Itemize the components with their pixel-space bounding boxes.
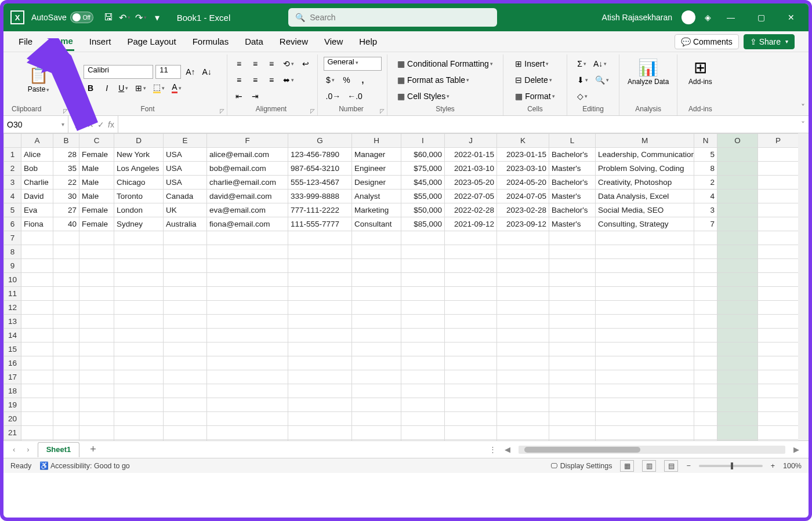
cell-J20[interactable] <box>445 412 497 426</box>
row-header-13[interactable]: 13 <box>4 315 21 329</box>
cell-O9[interactable] <box>717 259 758 273</box>
share-button[interactable]: ⇪Share▾ <box>744 34 795 49</box>
cell-O16[interactable] <box>717 356 758 370</box>
minimize-button[interactable]: — <box>720 7 741 28</box>
cell-K15[interactable] <box>497 343 549 356</box>
cell-D3[interactable]: Chicago <box>114 176 164 190</box>
bold-button[interactable]: B <box>84 81 97 95</box>
qat-dropdown-icon[interactable]: ▾ <box>149 9 165 25</box>
cell-F6[interactable]: fiona@email.com <box>207 217 288 231</box>
cell-D6[interactable]: Sydney <box>114 217 164 231</box>
cell-G5[interactable]: 777-111-2222 <box>288 203 352 217</box>
cell-L12[interactable] <box>549 301 596 315</box>
cell-C10[interactable] <box>79 273 114 287</box>
cell-G8[interactable] <box>288 245 352 259</box>
cell-K3[interactable]: 2024-05-20 <box>497 176 549 190</box>
cell-H19[interactable] <box>352 398 401 412</box>
cell-G12[interactable] <box>288 301 352 315</box>
row-header-8[interactable]: 8 <box>4 245 21 259</box>
row-header-12[interactable]: 12 <box>4 301 21 315</box>
next-sheet-icon[interactable]: › <box>23 445 32 454</box>
cell-D12[interactable] <box>114 301 164 315</box>
cell-N6[interactable]: 7 <box>694 217 717 231</box>
col-header-I[interactable]: I <box>401 134 445 148</box>
cell-K2[interactable]: 2023-03-10 <box>497 162 549 176</box>
cell-L15[interactable] <box>549 343 596 356</box>
row-header-4[interactable]: 4 <box>4 190 21 203</box>
accessibility-status[interactable]: ♿ Accessibility: Good to go <box>39 461 130 470</box>
cell-I2[interactable]: $75,000 <box>401 162 445 176</box>
cell-F9[interactable] <box>207 259 288 273</box>
cell-I15[interactable] <box>401 343 445 356</box>
row-header-17[interactable]: 17 <box>4 370 21 384</box>
cell-E6[interactable]: Australia <box>164 217 207 231</box>
cell-B9[interactable] <box>53 259 79 273</box>
cell-P17[interactable] <box>758 370 799 384</box>
cell-O3[interactable] <box>717 176 758 190</box>
format-cells-button[interactable]: ▦ Format <box>513 89 557 103</box>
cell-P8[interactable] <box>758 245 799 259</box>
cell-L14[interactable] <box>549 329 596 343</box>
cell-K14[interactable] <box>497 329 549 343</box>
tab-formulas[interactable]: Formulas <box>191 33 230 50</box>
col-header-K[interactable]: K <box>497 134 549 148</box>
fill-color-button[interactable]: ⬚ <box>151 81 167 95</box>
cell-D1[interactable]: New York <box>114 148 164 162</box>
cell-E19[interactable] <box>164 398 207 412</box>
cell-I17[interactable] <box>401 370 445 384</box>
cell-O10[interactable] <box>717 273 758 287</box>
cell-F13[interactable] <box>207 315 288 329</box>
formula-input[interactable] <box>118 116 797 133</box>
cell-M5[interactable]: Social Media, SEO <box>596 203 694 217</box>
cell-P12[interactable] <box>758 301 799 315</box>
clear-icon[interactable]: ◇ <box>575 89 590 103</box>
cell-O11[interactable] <box>717 287 758 301</box>
cell-E18[interactable] <box>164 384 207 398</box>
cell-A1[interactable]: Alice <box>21 148 53 162</box>
addins-button[interactable]: ⊞ Add-ins <box>682 56 718 88</box>
cell-K5[interactable]: 2023-02-28 <box>497 203 549 217</box>
cell-P16[interactable] <box>758 356 799 370</box>
cell-F16[interactable] <box>207 356 288 370</box>
cell-C18[interactable] <box>79 384 114 398</box>
cell-L19[interactable] <box>549 398 596 412</box>
tab-insert[interactable]: Insert <box>88 33 113 50</box>
cell-A8[interactable] <box>21 245 53 259</box>
cell-L18[interactable] <box>549 384 596 398</box>
analyze-data-button[interactable]: 📊 Analyze Data <box>624 56 672 88</box>
cell-E16[interactable] <box>164 356 207 370</box>
user-avatar-icon[interactable] <box>682 10 695 24</box>
spreadsheet-grid[interactable]: ABCDEFGHIJKLMNOPQ1Alice28FemaleNew YorkU… <box>3 133 809 440</box>
cell-H7[interactable] <box>352 231 401 245</box>
cell-B21[interactable] <box>53 426 79 440</box>
cell-F1[interactable]: alice@email.com <box>207 148 288 162</box>
cell-A22[interactable] <box>21 440 53 441</box>
cell-E17[interactable] <box>164 370 207 384</box>
cell-B16[interactable] <box>53 356 79 370</box>
select-all-corner[interactable] <box>4 134 21 148</box>
cell-K19[interactable] <box>497 398 549 412</box>
cell-P22[interactable] <box>758 440 799 441</box>
cell-G16[interactable] <box>288 356 352 370</box>
col-header-P[interactable]: P <box>758 134 799 148</box>
row-header-6[interactable]: 6 <box>4 217 21 231</box>
cell-H8[interactable] <box>352 245 401 259</box>
decrease-indent-icon[interactable]: ⇤ <box>232 89 246 103</box>
row-header-9[interactable]: 9 <box>4 259 21 273</box>
cell-G10[interactable] <box>288 273 352 287</box>
tab-view[interactable]: View <box>323 33 344 50</box>
cell-E13[interactable] <box>164 315 207 329</box>
orientation-icon[interactable]: ⟲ <box>281 57 296 71</box>
cell-G14[interactable] <box>288 329 352 343</box>
cell-J1[interactable]: 2022-01-15 <box>445 148 497 162</box>
cell-H2[interactable]: Engineer <box>352 162 401 176</box>
cell-L6[interactable]: Master's <box>549 217 596 231</box>
cell-P13[interactable] <box>758 315 799 329</box>
row-header-5[interactable]: 5 <box>4 203 21 217</box>
col-header-M[interactable]: M <box>596 134 694 148</box>
cell-B6[interactable]: 40 <box>53 217 79 231</box>
cell-C12[interactable] <box>79 301 114 315</box>
cell-I3[interactable]: $45,000 <box>401 176 445 190</box>
tab-file[interactable]: File <box>17 33 34 50</box>
cell-P19[interactable] <box>758 398 799 412</box>
